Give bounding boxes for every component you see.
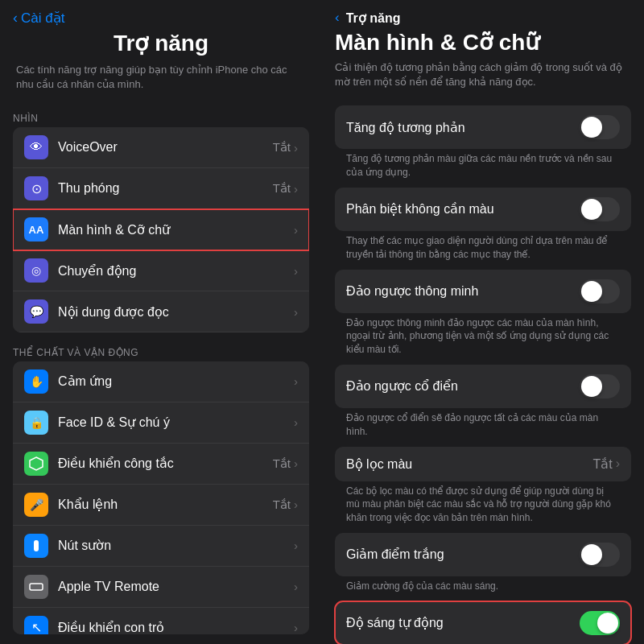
- right-section-dao-nguoc-thong-minh: Đảo ngược thông minh Đảo ngược thông min…: [335, 270, 631, 357]
- chevron-spoken: ›: [294, 305, 298, 319]
- settings-row-motion[interactable]: ◎ Chuyển động ›: [13, 250, 309, 291]
- settings-row-voice[interactable]: 🎤 Khẩu lệnh Tắt ›: [13, 485, 309, 526]
- svg-rect-1: [34, 540, 39, 551]
- settings-row-display[interactable]: AA Màn hình & Cỡ chữ ›: [13, 209, 309, 250]
- row-right-touch: ›: [294, 374, 298, 388]
- chevron-voice: ›: [294, 497, 298, 511]
- row-right-switch: Tắt ›: [273, 456, 298, 471]
- toggle-row-phan-biet-khong-can-mau[interactable]: Phân biệt không cần màu: [335, 188, 631, 231]
- row-right-display: ›: [294, 223, 298, 237]
- toggle-thumb-tang-do-tuong-phan: [581, 117, 602, 138]
- toggle-label-dao-nguoc-thong-minh: Đảo ngược thông minh: [346, 283, 478, 299]
- row-label-sidebutton: Nút sườn: [58, 538, 111, 553]
- info-text-tang-do-tuong-phan: Tăng độ tương phản màu giữa các màu nền …: [346, 152, 620, 180]
- toggle-row-tang-do-tuong-phan[interactable]: Tăng độ tương phản: [335, 105, 631, 149]
- toggle-row-do-sang-tu-dong[interactable]: Độ sáng tự động: [335, 601, 631, 644]
- info-text-dao-nguoc-co-dien: Đảo ngược cổ điển sẽ đảo ngược tất cả cá…: [346, 411, 620, 439]
- chevron-zoom: ›: [294, 182, 298, 196]
- toggle-thumb-giam-diem-trang: [581, 544, 602, 565]
- row-value-voiceover: Tắt: [273, 140, 291, 155]
- back-chevron-left: ‹: [13, 10, 18, 27]
- toggle-row-dao-nguoc-thong-minh[interactable]: Đảo ngược thông minh: [335, 270, 631, 313]
- row-content-display: Màn hình & Cỡ chữ ›: [58, 222, 298, 237]
- row-content-zoom: Thu phóng Tắt ›: [58, 181, 298, 196]
- chevron-switch: ›: [294, 456, 298, 470]
- icon-voice: 🎤: [24, 493, 48, 517]
- right-header: ‹ Trợ năng Màn hình & Cỡ chữ Cải thiện đ…: [322, 0, 644, 105]
- toggle-row-dao-nguoc-co-dien[interactable]: Đảo ngược cổ điển: [335, 365, 631, 408]
- row-label-zoom: Thu phóng: [58, 181, 120, 196]
- info-text-bo-loc-mau: Các bộ lọc màu có thể được sử dụng để gi…: [346, 485, 620, 525]
- row-content-faceid: Face ID & Sự chú ý ›: [58, 415, 298, 430]
- row-content-motion: Chuyển động ›: [58, 263, 298, 279]
- toggle-giam-diem-trang[interactable]: [580, 543, 620, 567]
- settings-row-touch[interactable]: ✋ Cảm ứng ›: [13, 361, 309, 402]
- toggle-dao-nguoc-co-dien[interactable]: [580, 374, 620, 398]
- back-chevron-right: ‹: [335, 10, 340, 26]
- icon-spoken: 💬: [24, 299, 48, 324]
- row-right-pointer: ›: [294, 621, 298, 634]
- settings-row-sidebutton[interactable]: Nút sườn ›: [13, 526, 309, 567]
- chevron-pointer: ›: [294, 621, 298, 634]
- row-right-zoom: Tắt ›: [273, 181, 298, 196]
- row-label-voice: Khẩu lệnh: [58, 497, 118, 512]
- chevron-display: ›: [294, 223, 298, 237]
- settings-row-zoom[interactable]: ⊙ Thu phóng Tắt ›: [13, 168, 309, 209]
- toggle-thumb-do-sang-tu-dong: [597, 613, 618, 634]
- chevron-voiceover: ›: [294, 141, 298, 155]
- row-value-voice: Tắt: [273, 497, 291, 512]
- toggle-label-dao-nguoc-co-dien: Đảo ngược cổ điển: [346, 378, 458, 394]
- back-button-right[interactable]: ‹ Trợ năng: [335, 10, 400, 26]
- toggle-label-tang-do-tuong-phan: Tăng độ tương phản: [346, 120, 465, 135]
- row-right-appletv: ›: [294, 580, 298, 593]
- back-button-left[interactable]: ‹ Cài đặt: [13, 10, 309, 27]
- toggle-do-sang-tu-dong[interactable]: [580, 611, 620, 635]
- settings-row-faceid[interactable]: 🔒 Face ID & Sự chú ý ›: [13, 402, 309, 444]
- toggle-thumb-dao-nguoc-thong-minh: [581, 281, 602, 302]
- chevron-faceid: ›: [294, 415, 298, 429]
- toggle-dao-nguoc-thong-minh[interactable]: [580, 279, 620, 303]
- toggle-phan-biet-khong-can-mau[interactable]: [580, 197, 620, 221]
- row-right-faceid: ›: [294, 415, 298, 429]
- interaction-group: ✋ Cảm ứng › 🔒 Face ID & Sự chú ý › Điều …: [13, 361, 309, 634]
- row-right-spoken: ›: [294, 305, 298, 319]
- settings-row-pointer[interactable]: ↖ Điều khiển con trỏ ›: [13, 608, 309, 634]
- icon-pointer: ↖: [24, 616, 48, 634]
- icon-display: AA: [24, 217, 48, 242]
- right-section-bo-loc-mau: Bộ lọc màu Tắt › Các bộ lọc màu có thể đ…: [335, 447, 631, 525]
- row-content-appletv: Apple TV Remote ›: [58, 580, 298, 594]
- row-right-voiceover: Tắt ›: [273, 140, 298, 155]
- settings-row-switch[interactable]: Điều khiển công tắc Tắt ›: [13, 444, 309, 485]
- row-content-touch: Cảm ứng ›: [58, 374, 298, 389]
- toggle-tang-do-tuong-phan[interactable]: [580, 115, 620, 139]
- info-text-giam-diem-trang: Giảm cường độ của các màu sáng.: [346, 580, 620, 593]
- icon-zoom: ⊙: [24, 176, 48, 200]
- value-label-bo-loc-mau: Bộ lọc màu: [346, 456, 412, 472]
- row-value-switch: Tắt: [273, 456, 291, 471]
- row-content-pointer: Điều khiển con trỏ ›: [58, 620, 298, 634]
- row-content-spoken: Nội dung được đọc ›: [58, 304, 298, 320]
- row-right-voice: Tắt ›: [273, 497, 298, 512]
- settings-row-spoken[interactable]: 💬 Nội dung được đọc ›: [13, 291, 309, 332]
- row-label-pointer: Điều khiển con trỏ: [58, 620, 164, 634]
- icon-motion: ◎: [24, 258, 48, 283]
- settings-row-appletv[interactable]: Apple TV Remote ›: [13, 567, 309, 608]
- toggle-thumb-dao-nguoc-co-dien: [581, 376, 602, 397]
- row-content-switch: Điều khiển công tắc Tắt ›: [58, 456, 298, 471]
- value-right-bo-loc-mau: Tắt ›: [592, 456, 620, 472]
- value-row-bo-loc-mau[interactable]: Bộ lọc màu Tắt ›: [335, 447, 631, 481]
- toggle-row-giam-diem-trang[interactable]: Giảm điểm trắng: [335, 533, 631, 576]
- right-section-do-sang-tu-dong: Độ sáng tự động Tắt độ sáng tự động có t…: [335, 601, 631, 644]
- chevron-appletv: ›: [294, 580, 298, 593]
- row-label-touch: Cảm ứng: [58, 374, 112, 389]
- info-text-dao-nguoc-thong-minh: Đảo ngược thông minh đảo ngược các màu c…: [346, 316, 620, 357]
- right-section-tang-do-tuong-phan: Tăng độ tương phản Tăng độ tương phản mà…: [335, 105, 631, 180]
- value-text-bo-loc-mau: Tắt: [592, 456, 612, 472]
- row-label-display: Màn hình & Cỡ chữ: [58, 222, 170, 237]
- right-section-phan-biet-khong-can-mau: Phân biệt không cần màu Thay thế các mục…: [335, 188, 631, 262]
- icon-switch: [24, 452, 48, 476]
- right-page-title: Màn hình & Cỡ chữ: [335, 29, 631, 56]
- left-description: Các tính năng trợ năng giúp bạn tùy chỉn…: [13, 63, 309, 92]
- settings-row-voiceover[interactable]: 👁 VoiceOver Tắt ›: [13, 127, 309, 168]
- row-content-voice: Khẩu lệnh Tắt ›: [58, 497, 298, 512]
